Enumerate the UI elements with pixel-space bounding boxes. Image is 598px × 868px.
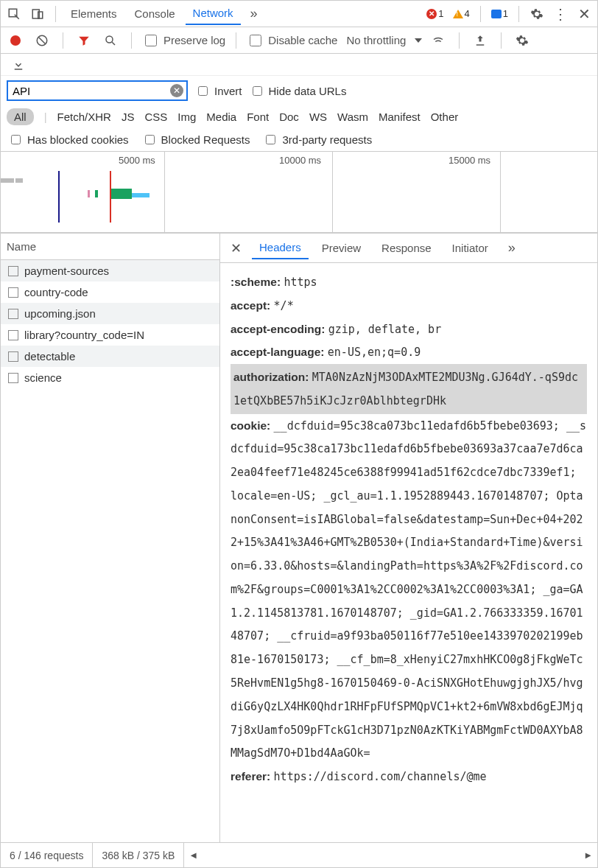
request-details-pane: ✕ Headers Preview Response Initiator » :…: [220, 234, 597, 842]
request-row[interactable]: detectable: [1, 346, 219, 367]
more-tabs-icon[interactable]: »: [244, 4, 264, 24]
request-name: library?country_code=IN: [24, 329, 144, 341]
timeline-tick-3: 15000 ms: [448, 155, 490, 166]
tab-console[interactable]: Console: [127, 3, 183, 24]
scroll-right-icon[interactable]: ►: [583, 850, 593, 861]
separator: [55, 6, 56, 22]
header-referer: referer: https://discord.com/channels/@m…: [231, 765, 587, 788]
request-name: country-code: [24, 286, 88, 298]
file-icon: [8, 309, 18, 319]
separator: [131, 32, 132, 49]
third-party-checkbox[interactable]: 3rd-party requests: [263, 133, 372, 147]
request-row[interactable]: payment-sources: [1, 260, 219, 281]
filter-input-container: ✕: [7, 80, 188, 101]
wifi-icon[interactable]: [428, 30, 448, 51]
filter-icon[interactable]: [74, 30, 94, 51]
error-dot-icon: ✕: [426, 9, 437, 19]
throttling-dropdown[interactable]: No throttling: [343, 34, 409, 46]
disable-cache-checkbox[interactable]: Disable cache: [247, 32, 337, 49]
tab-network[interactable]: Network: [186, 2, 241, 25]
scroll-left-icon[interactable]: ◄: [189, 850, 198, 861]
header-accept-encoding: accept-encoding: gzip, deflate, br: [231, 318, 587, 341]
filter-input[interactable]: [11, 84, 170, 98]
download-row: [1, 54, 597, 76]
hide-data-urls-checkbox[interactable]: Hide data URLs: [250, 84, 347, 98]
blocked-cookies-checkbox[interactable]: Has blocked cookies: [8, 133, 129, 147]
request-list-pane: Name payment-sourcescountry-codeupcoming…: [1, 234, 220, 842]
request-name: payment-sources: [24, 265, 109, 277]
filter-font[interactable]: Font: [247, 111, 269, 123]
invert-checkbox[interactable]: Invert: [195, 84, 242, 98]
separator: [501, 32, 502, 49]
close-devtools-icon[interactable]: ✕: [574, 4, 594, 24]
tab-preview[interactable]: Preview: [314, 237, 368, 259]
file-icon: [8, 287, 18, 298]
request-row[interactable]: country-code: [1, 281, 219, 303]
filter-fetch[interactable]: Fetch/XHR: [57, 111, 111, 123]
filter-wasm[interactable]: Wasm: [337, 111, 368, 123]
network-split-pane: Name payment-sourcescountry-codeupcoming…: [1, 233, 597, 842]
download-icon[interactable]: [8, 55, 29, 75]
preserve-log-label: Preserve log: [163, 34, 225, 46]
filter-media[interactable]: Media: [206, 111, 236, 123]
warning-triangle-icon: [453, 10, 463, 18]
error-count: 1: [438, 8, 443, 19]
message-count: 1: [503, 8, 508, 19]
status-bar: 6 / 146 requests 368 kB / 375 kB ◄ ►: [1, 842, 597, 867]
network-timeline[interactable]: 5000 ms 10000 ms 15000 ms: [1, 152, 597, 233]
upload-icon[interactable]: [470, 30, 490, 51]
record-button[interactable]: [5, 30, 26, 51]
search-icon[interactable]: [100, 30, 121, 51]
file-icon: [8, 351, 18, 362]
tab-elements[interactable]: Elements: [63, 3, 124, 24]
third-party-label: 3rd-party requests: [282, 133, 372, 146]
network-settings-icon[interactable]: [512, 30, 532, 51]
filter-ws[interactable]: WS: [309, 111, 327, 123]
svg-point-4: [106, 36, 113, 43]
warning-count: 4: [465, 8, 470, 19]
request-row[interactable]: library?country_code=IN: [1, 324, 219, 346]
clear-filter-icon[interactable]: ✕: [170, 84, 183, 97]
header-cookie: cookie: __dcfduid=95c38ca073bc11edafd6b5…: [231, 414, 587, 765]
tab-response[interactable]: Response: [374, 237, 439, 259]
request-list-header[interactable]: Name: [1, 234, 219, 260]
kebab-menu-icon[interactable]: ⋮: [550, 4, 571, 24]
filter-img[interactable]: Img: [177, 111, 196, 123]
request-row[interactable]: upcoming.json: [1, 303, 219, 324]
blocked-requests-label: Blocked Requests: [161, 133, 250, 146]
filter-other[interactable]: Other: [431, 111, 459, 123]
device-toggle-icon[interactable]: [27, 4, 48, 24]
filter-all[interactable]: All: [7, 108, 34, 125]
more-details-tabs-icon[interactable]: »: [502, 238, 522, 259]
header-authorization: authorization: MTA0NzAzNjM3ODAxMTE2MDU3N…: [231, 364, 587, 414]
filter-doc[interactable]: Doc: [279, 111, 299, 123]
separator: [480, 6, 481, 22]
separator: [236, 32, 236, 49]
request-row[interactable]: science: [1, 367, 219, 388]
preserve-log-checkbox[interactable]: Preserve log: [142, 32, 225, 49]
clear-button[interactable]: [32, 30, 52, 51]
file-icon: [8, 330, 18, 340]
settings-icon[interactable]: [527, 4, 547, 24]
close-details-icon[interactable]: ✕: [226, 240, 246, 256]
filter-manifest[interactable]: Manifest: [379, 111, 421, 123]
inspect-icon[interactable]: [4, 4, 24, 24]
timeline-tick-1: 5000 ms: [119, 155, 155, 166]
blocked-cookies-label: Has blocked cookies: [27, 133, 129, 146]
tab-initiator[interactable]: Initiator: [445, 237, 496, 259]
message-badge[interactable]: 1: [488, 7, 511, 21]
error-badge[interactable]: ✕ 1: [423, 7, 446, 21]
filter-css[interactable]: CSS: [144, 111, 167, 123]
status-size: 368 kB / 375 kB: [93, 843, 184, 867]
invert-label: Invert: [214, 85, 242, 97]
horizontal-scrollbar[interactable]: ◄ ►: [184, 850, 597, 861]
chevron-down-icon[interactable]: [415, 38, 422, 43]
disable-cache-label: Disable cache: [268, 34, 337, 46]
filter-js[interactable]: JS: [122, 111, 135, 123]
warning-badge[interactable]: 4: [450, 7, 473, 21]
tab-headers[interactable]: Headers: [252, 237, 309, 259]
blocked-requests-checkbox[interactable]: Blocked Requests: [142, 133, 250, 147]
separator: [518, 6, 519, 22]
header-scheme: :scheme: https: [231, 270, 587, 294]
details-tabs: ✕ Headers Preview Response Initiator »: [220, 234, 597, 263]
